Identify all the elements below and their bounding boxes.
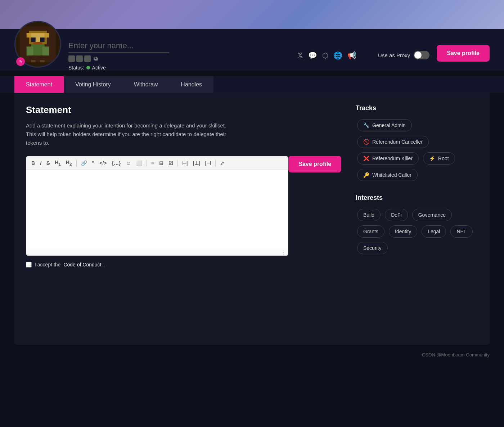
interest-governance[interactable]: Governance (412, 209, 452, 221)
interest-label: NFT (456, 229, 466, 234)
numbered-list-button[interactable]: ⊟ (158, 160, 165, 166)
interest-label: Legal (428, 229, 440, 234)
fullscreen-button[interactable]: ⤢ (219, 160, 226, 166)
status-row: Status: Active (68, 65, 290, 71)
interest-nft[interactable]: NFT (450, 225, 472, 238)
pencil-icon: ✎ (19, 59, 22, 64)
tracks-row-1: 🔧 General Admin (356, 118, 478, 133)
emoji-button[interactable]: ☺ (124, 160, 132, 166)
interest-label: Grants (363, 229, 378, 234)
header-gradient (0, 0, 504, 29)
lightning-icon: ⚡ (429, 156, 435, 161)
address-dot-2 (76, 55, 83, 62)
address-dot-3 (84, 55, 91, 62)
svg-rect-14 (40, 60, 45, 62)
editor-resize-handle[interactable]: ⋮ (26, 249, 288, 256)
track-referendum-canceller[interactable]: 🚫 Referendum Canceller (357, 136, 429, 148)
quote-button[interactable]: " (91, 160, 96, 166)
track-label: General Admin (372, 122, 406, 128)
statement-description: Add a statement explaining your intentio… (26, 121, 235, 147)
stop-icon: 🚫 (363, 139, 369, 145)
heading1-button[interactable]: H1 (53, 159, 62, 167)
main-content: Statement Add a statement explaining you… (14, 93, 490, 345)
editor-area[interactable] (26, 170, 288, 249)
coc-link[interactable]: Code of Conduct (63, 262, 101, 268)
twitter-icon[interactable]: 𝕏 (297, 51, 303, 60)
chat-icon[interactable]: 📢 (347, 51, 356, 60)
track-label: Referendum Canceller (372, 139, 423, 145)
track-root[interactable]: ⚡ Root (423, 152, 455, 165)
col-right-button[interactable]: |⊣ (204, 160, 212, 166)
interests-section: Interests Build DeFi Governance (356, 194, 478, 256)
separator-1 (76, 160, 77, 166)
tab-statement[interactable]: Statement (14, 76, 64, 93)
separator-2 (147, 160, 147, 166)
tracks-row-4: 🔑 Whitelisted Caller (356, 167, 478, 183)
profile-info: ⧉ Status: Active (68, 36, 290, 71)
toggle-knob (414, 51, 422, 59)
italic-button[interactable]: I (39, 160, 43, 166)
task-list-button[interactable]: ☑ (167, 160, 175, 166)
spoiler-button[interactable]: {…} (110, 160, 122, 166)
message-icon[interactable]: 💬 (308, 51, 317, 60)
svg-rect-9 (27, 46, 33, 55)
interest-security[interactable]: Security (357, 242, 388, 254)
status-label: Status: (68, 65, 84, 71)
profile-section: ✎ ⧉ Status: Active 𝕏 💬 ⬡ 🌐 📢 Use as Prox… (0, 29, 504, 71)
interests-list: Build DeFi Governance Grants (356, 207, 478, 256)
track-whitelisted-caller[interactable]: 🔑 Whitelisted Caller (357, 169, 418, 181)
proxy-toggle[interactable] (414, 51, 429, 59)
separator-4 (215, 160, 216, 166)
svg-rect-2 (27, 33, 31, 38)
svg-rect-6 (40, 37, 45, 42)
tab-voting-history[interactable]: Voting History (64, 76, 122, 93)
tab-handles[interactable]: Handles (169, 76, 213, 93)
track-general-admin[interactable]: 🔧 General Admin (357, 119, 412, 131)
coc-checkbox[interactable] (26, 262, 32, 268)
tracks-row-3: ❌ Referendum Killer ⚡ Root (356, 151, 478, 166)
interest-label: Build (363, 212, 374, 218)
globe-icon[interactable]: 🌐 (333, 51, 342, 60)
link-button[interactable]: 🔗 (80, 160, 89, 166)
status-indicator (86, 66, 90, 69)
content-grid: Statement Add a statement explaining you… (26, 104, 478, 268)
svg-rect-3 (45, 33, 49, 38)
name-input[interactable] (68, 40, 169, 53)
code-button[interactable]: </> (98, 160, 108, 166)
tracks-section: Tracks 🔧 General Admin 🚫 Referendum Canc… (356, 104, 478, 183)
save-profile-header-button[interactable]: Save profile (437, 45, 490, 62)
interests-row-1: Build DeFi Governance (356, 207, 478, 223)
footer-text: CSDN @Moonbeam Community (422, 352, 490, 358)
coc-period: . (104, 262, 105, 268)
tab-withdraw[interactable]: Withdraw (122, 76, 170, 93)
interest-grants[interactable]: Grants (357, 225, 384, 238)
avatar-edit-button[interactable]: ✎ (16, 57, 25, 66)
strikethrough-button[interactable]: S (45, 160, 51, 166)
svg-rect-5 (31, 37, 36, 42)
track-referendum-killer[interactable]: ❌ Referendum Killer (357, 152, 419, 165)
copy-address-icon[interactable]: ⧉ (94, 55, 98, 62)
avatar-pixel-art (20, 26, 56, 62)
status-value: Active (92, 65, 106, 71)
footer: CSDN @Moonbeam Community (0, 345, 504, 365)
save-profile-button[interactable]: Save profile (288, 156, 341, 172)
interest-identity[interactable]: Identity (389, 225, 417, 238)
interest-label: DeFi (391, 212, 402, 218)
interest-label: Governance (418, 212, 446, 218)
bold-button[interactable]: B (30, 160, 36, 166)
interests-row-2: Grants Identity Legal NFT (356, 224, 478, 239)
col-center-button[interactable]: |⊥| (192, 160, 202, 166)
track-label: Whitelisted Caller (372, 172, 411, 178)
tracks-row-2: 🚫 Referendum Canceller (356, 134, 478, 149)
editor-toolbar: B I S H1 H2 🔗 " </> {…} ☺ ⬜ ≡ ⊟ ☑ (26, 156, 288, 170)
discord-icon[interactable]: ⬡ (322, 51, 328, 60)
interest-legal[interactable]: Legal (422, 225, 446, 238)
tabs-container: Statement Voting History Withdraw Handle… (0, 76, 504, 93)
heading2-button[interactable]: H2 (64, 159, 73, 167)
interest-build[interactable]: Build (357, 209, 381, 221)
bullet-list-button[interactable]: ≡ (150, 160, 156, 166)
svg-rect-12 (40, 55, 45, 60)
interest-defi[interactable]: DeFi (385, 209, 408, 221)
col-left-button[interactable]: ⊢| (181, 160, 189, 166)
image-button[interactable]: ⬜ (135, 160, 144, 166)
